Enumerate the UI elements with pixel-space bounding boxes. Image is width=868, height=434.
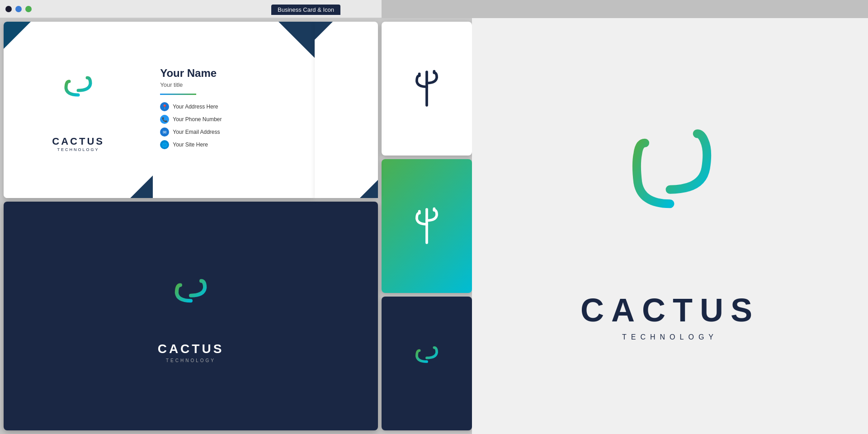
browser-chrome: Business Card & Icon bbox=[0, 0, 382, 18]
card-name: Your Name bbox=[160, 67, 307, 80]
small-white-cactus bbox=[406, 64, 447, 113]
web-icon: 🌐 bbox=[160, 140, 169, 149]
main-area: CACTUS TECHNOLOGY Your Name Your title bbox=[0, 18, 868, 434]
card-address-item: 📍 Your Address Here bbox=[160, 102, 307, 111]
right-display: CACTUS TECHNOLOGY bbox=[472, 18, 868, 434]
card-right-corner bbox=[278, 22, 315, 58]
card-logo-text: CACTUS TECHNOLOGY bbox=[52, 136, 104, 152]
small-cards-panel bbox=[382, 22, 472, 430]
card-back-inner bbox=[315, 22, 378, 198]
card-phone-text: Your Phone Number bbox=[173, 116, 222, 123]
left-panel: CACTUS TECHNOLOGY Your Name Your title bbox=[0, 18, 382, 434]
business-card-back bbox=[315, 22, 378, 198]
card-website-text: Your Site Here bbox=[173, 142, 208, 148]
card-back-corner-tl bbox=[315, 22, 333, 40]
card-right-section: Your Name Your title 📍 Your Address Here… bbox=[153, 22, 315, 198]
traffic-light-close[interactable] bbox=[5, 6, 12, 12]
location-icon: 📍 bbox=[160, 102, 169, 111]
traffic-light-maximize[interactable] bbox=[25, 6, 32, 12]
card-back-corner-br bbox=[360, 180, 378, 198]
title-bar-label: Business Card & Icon bbox=[271, 5, 340, 15]
traffic-light-minimize[interactable] bbox=[15, 6, 22, 12]
card-person-title: Your title bbox=[160, 81, 307, 88]
small-card-gradient bbox=[382, 159, 472, 293]
card-email-text: Your Email Address bbox=[173, 129, 220, 135]
business-card-row: CACTUS TECHNOLOGY Your Name Your title bbox=[4, 22, 378, 198]
card-phone-item: 📞 Your Phone Number bbox=[160, 115, 307, 124]
large-brand-text: CACTUS bbox=[580, 292, 760, 329]
small-card-dark bbox=[382, 297, 472, 430]
small-gradient-cactus bbox=[406, 201, 447, 251]
dark-card-cactus bbox=[161, 269, 220, 337]
dark-card-brand: CACTUS bbox=[158, 342, 224, 356]
card-divider bbox=[160, 94, 196, 95]
card-corner-tl bbox=[4, 22, 31, 49]
card-address-text: Your Address Here bbox=[173, 104, 218, 110]
large-cactus-logo bbox=[598, 111, 742, 283]
phone-icon: 📞 bbox=[160, 115, 169, 124]
dark-card: CACTUS TECHNOLOGY bbox=[4, 202, 378, 430]
card-website-item: 🌐 Your Site Here bbox=[160, 140, 307, 149]
email-icon: ✉ bbox=[160, 127, 169, 137]
card-brand: CACTUS bbox=[52, 136, 104, 147]
card-corner-br bbox=[130, 175, 153, 198]
small-card-white bbox=[382, 22, 472, 156]
dark-card-tagline: TECHNOLOGY bbox=[166, 358, 216, 363]
card-left-section: CACTUS TECHNOLOGY bbox=[4, 22, 153, 198]
business-card-front: CACTUS TECHNOLOGY Your Name Your title bbox=[4, 22, 315, 198]
large-logo: CACTUS TECHNOLOGY bbox=[580, 292, 760, 341]
card-tagline: TECHNOLOGY bbox=[52, 147, 104, 152]
large-tagline-text: TECHNOLOGY bbox=[622, 333, 718, 341]
card-cactus-logo bbox=[53, 68, 103, 127]
small-dark-cactus bbox=[406, 339, 447, 388]
card-email-item: ✉ Your Email Address bbox=[160, 127, 307, 137]
bottom-row: CACTUS TECHNOLOGY bbox=[4, 202, 378, 430]
